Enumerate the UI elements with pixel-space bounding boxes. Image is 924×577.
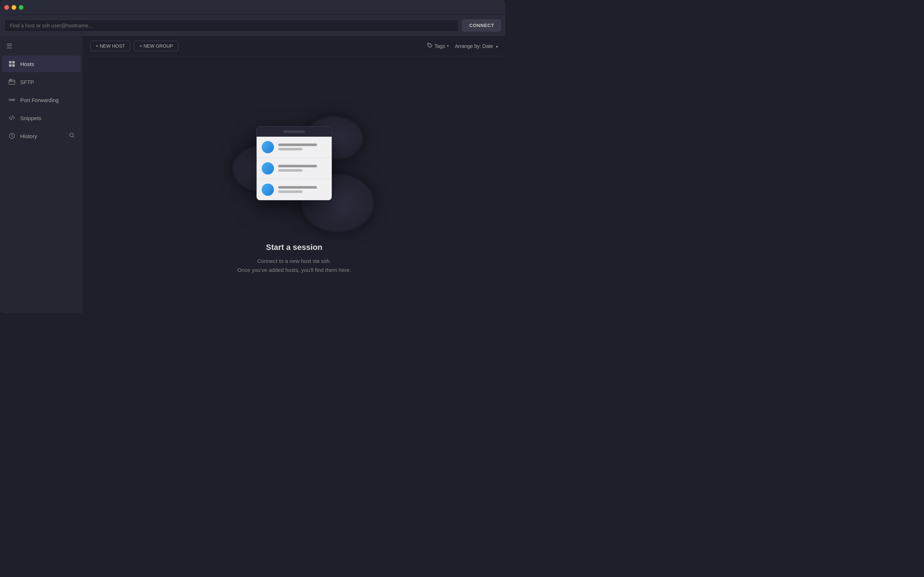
server-text-1 bbox=[278, 143, 327, 150]
sidebar-item-sftp[interactable]: SFTP bbox=[2, 74, 81, 90]
history-icon bbox=[8, 132, 16, 140]
sidebar-top: ☰ bbox=[0, 36, 82, 55]
server-avatar-3 bbox=[262, 184, 274, 196]
snippets-label: Snippets bbox=[20, 115, 41, 121]
server-text-line bbox=[278, 190, 302, 193]
history-search-icon[interactable] bbox=[69, 132, 75, 140]
tag-icon bbox=[427, 43, 433, 50]
server-text-line bbox=[278, 148, 302, 150]
server-avatar-1 bbox=[262, 141, 274, 153]
sidebar-item-port-forwarding[interactable]: Port Forwarding bbox=[2, 92, 81, 108]
server-text-2 bbox=[278, 165, 327, 172]
search-bar: CONNECT bbox=[0, 15, 505, 36]
main-layout: ☰ Hosts bbox=[0, 36, 505, 313]
menu-icon-button[interactable]: ☰ bbox=[3, 40, 16, 53]
sftp-icon bbox=[8, 78, 16, 86]
empty-state: Start a session Connect to a new host vi… bbox=[83, 56, 505, 313]
server-panel bbox=[256, 126, 332, 200]
arrange-button[interactable]: Arrange by: Date ▾ bbox=[455, 43, 498, 49]
arrange-label: Arrange by: Date bbox=[455, 43, 493, 49]
server-text-line bbox=[278, 186, 317, 189]
svg-point-13 bbox=[428, 44, 429, 45]
svg-rect-3 bbox=[12, 64, 15, 67]
maximize-button[interactable] bbox=[19, 5, 23, 10]
history-left: History bbox=[8, 132, 37, 140]
toolbar-right: Tags ▾ Arrange by: Date ▾ bbox=[427, 43, 498, 50]
svg-rect-0 bbox=[9, 61, 11, 63]
connect-button[interactable]: CONNECT bbox=[462, 19, 501, 31]
traffic-lights bbox=[4, 5, 23, 10]
port-forwarding-label: Port Forwarding bbox=[20, 97, 59, 103]
server-text-line bbox=[278, 143, 317, 146]
server-text-line bbox=[278, 165, 317, 167]
server-avatar-2 bbox=[262, 162, 274, 174]
empty-state-title: Start a session bbox=[266, 243, 323, 252]
server-text-3 bbox=[278, 186, 327, 193]
svg-point-6 bbox=[10, 99, 11, 101]
new-host-button[interactable]: + NEW HOST bbox=[90, 41, 130, 51]
tags-chevron-icon: ▾ bbox=[447, 44, 449, 48]
empty-desc-line2: Once you've added hosts, you'll find the… bbox=[237, 267, 351, 273]
svg-line-12 bbox=[73, 136, 74, 137]
server-top-bar bbox=[257, 127, 332, 137]
tags-label: Tags bbox=[435, 43, 446, 49]
server-row-2 bbox=[257, 158, 332, 179]
minimize-button[interactable] bbox=[11, 5, 16, 10]
empty-desc-line1: Connect to a new host via ssh. bbox=[257, 258, 331, 264]
close-button[interactable] bbox=[4, 5, 9, 10]
toolbar: + NEW HOST + NEW GROUP Tags ▾ Arrange by… bbox=[83, 36, 505, 56]
sidebar-item-hosts[interactable]: Hosts bbox=[2, 56, 81, 72]
empty-state-description: Connect to a new host via ssh. Once you'… bbox=[237, 256, 351, 275]
svg-rect-2 bbox=[9, 64, 11, 67]
tags-button[interactable]: Tags ▾ bbox=[427, 43, 449, 50]
server-text-line bbox=[278, 169, 302, 172]
svg-line-9 bbox=[11, 116, 13, 120]
arrange-chevron-icon: ▾ bbox=[496, 44, 498, 49]
svg-rect-1 bbox=[12, 61, 15, 63]
hosts-label: Hosts bbox=[20, 61, 34, 67]
illustration bbox=[222, 95, 366, 232]
port-forwarding-icon bbox=[8, 96, 16, 104]
title-bar bbox=[0, 0, 505, 15]
search-input[interactable] bbox=[4, 19, 459, 32]
server-row-3 bbox=[257, 179, 332, 200]
content-area: + NEW HOST + NEW GROUP Tags ▾ Arrange by… bbox=[83, 36, 505, 313]
hosts-icon bbox=[8, 60, 16, 68]
sidebar: ☰ Hosts bbox=[0, 36, 83, 313]
sidebar-item-snippets[interactable]: Snippets bbox=[2, 110, 81, 126]
sidebar-item-history[interactable]: History bbox=[2, 128, 81, 144]
hamburger-icon: ☰ bbox=[6, 42, 12, 50]
server-row-1 bbox=[257, 137, 332, 158]
history-label: History bbox=[20, 133, 37, 139]
sftp-label: SFTP bbox=[20, 79, 34, 85]
new-group-button[interactable]: + NEW GROUP bbox=[134, 41, 178, 51]
server-indicator bbox=[283, 130, 305, 133]
snippets-icon bbox=[8, 114, 16, 122]
